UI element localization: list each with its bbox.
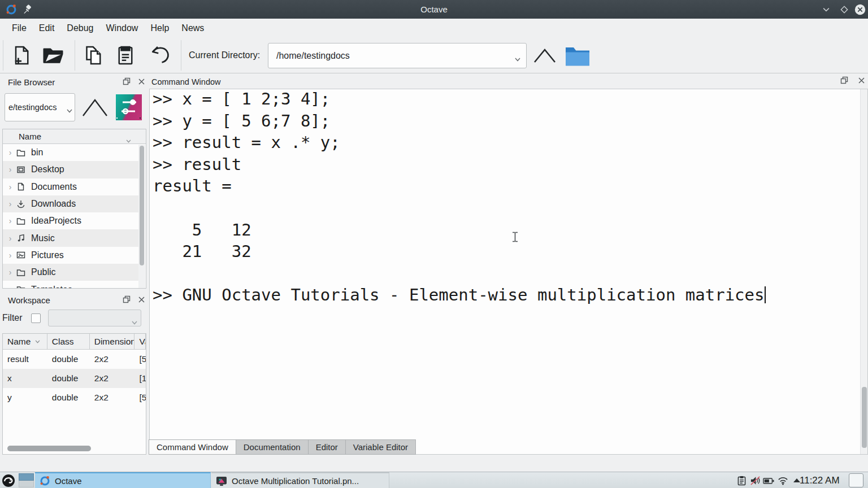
tree-item-label: Templates	[31, 285, 72, 289]
workspace-column-class[interactable]: Class	[47, 334, 90, 349]
scrollbar-thumb[interactable]	[140, 146, 144, 265]
minimize-icon[interactable]	[818, 0, 834, 19]
taskbar-task-image-viewer[interactable]: Octave Multiplication Tutorial.pn...	[211, 472, 389, 488]
open-file-button[interactable]	[40, 42, 67, 69]
dock-tab-command-window[interactable]: Command Window	[149, 439, 236, 455]
file-browser-name-column-header[interactable]: Name	[3, 129, 146, 144]
copy-button[interactable]	[80, 42, 107, 69]
command-window-panel: Command Window >> x = [ 1 2;3 4]; >> y =…	[149, 73, 868, 455]
file-browser-up-button[interactable]	[79, 95, 111, 120]
chevron-down-icon	[132, 317, 137, 327]
application-launcher-icon[interactable]	[2, 474, 15, 487]
workspace-table-header[interactable]: Name ClassDimensionValue	[3, 334, 146, 350]
command-window-content[interactable]: >> x = [ 1 2;3 4]; >> y = [ 5 6;7 8]; >>…	[149, 89, 868, 455]
clipboard-tray-icon[interactable]	[736, 475, 747, 486]
volume-muted-icon[interactable]	[749, 475, 761, 486]
current-directory-combobox[interactable]: /home/testingdocs	[268, 43, 527, 68]
expand-chevron-icon[interactable]: ›	[6, 199, 14, 208]
file-browser-close-icon[interactable]	[137, 77, 146, 86]
expand-chevron-icon[interactable]: ›	[6, 182, 14, 191]
show-desktop-button[interactable]	[849, 473, 863, 487]
workspace-row-x[interactable]: xdouble2x2[1	[3, 369, 146, 388]
tree-item-downloads[interactable]: ›Downloads	[3, 195, 139, 212]
workspace-cell: 2x2	[90, 369, 135, 388]
workspace-column-dimension[interactable]: Dimension	[90, 334, 135, 349]
workspace-row-result[interactable]: resultdouble2x2[5	[3, 350, 146, 369]
command-window-close-icon[interactable]	[857, 76, 866, 85]
main-toolbar: Current Directory: /home/testingdocs	[0, 37, 868, 73]
pin-icon[interactable]	[20, 0, 34, 19]
file-browser-vertical-scrollbar[interactable]	[138, 145, 145, 289]
workspace-filter-combobox[interactable]	[48, 310, 141, 326]
title-bar: Octave	[0, 0, 868, 19]
workspace-table: Name ClassDimensionValue resultdouble2x2…	[2, 333, 146, 455]
tree-item-label: Public	[31, 267, 56, 277]
image-viewer-icon	[216, 476, 227, 486]
tree-item-ideaprojects[interactable]: ›IdeaProjects	[3, 212, 139, 229]
file-browser-float-icon[interactable]	[122, 77, 131, 86]
workspace-horizontal-scrollbar[interactable]	[7, 446, 91, 451]
menu-item-file[interactable]: File	[6, 21, 33, 36]
battery-icon[interactable]	[763, 475, 774, 486]
window-title: Octave	[0, 5, 868, 14]
menu-item-edit[interactable]: Edit	[33, 21, 61, 36]
expand-chevron-icon[interactable]: ›	[6, 234, 14, 243]
directory-up-button[interactable]	[531, 42, 558, 69]
chevron-down-icon	[515, 54, 520, 64]
file-browser-path-combobox[interactable]: e/testingdocs	[5, 93, 75, 121]
expand-chevron-icon[interactable]: ›	[6, 285, 14, 289]
tree-item-public[interactable]: ›Public	[3, 264, 139, 281]
tree-item-templates[interactable]: ›Templates	[3, 281, 139, 289]
maximize-icon[interactable]	[836, 0, 852, 19]
workspace-filter-checkbox[interactable]	[31, 313, 41, 323]
tree-item-label: Music	[31, 233, 55, 243]
desktop-1[interactable]	[19, 473, 34, 481]
expand-chevron-icon[interactable]: ›	[6, 148, 14, 157]
menu-item-window[interactable]: Window	[100, 21, 145, 36]
menu-item-news[interactable]: News	[175, 21, 210, 36]
workspace-column-name[interactable]: Name	[3, 334, 47, 349]
browse-directories-button[interactable]	[564, 42, 591, 69]
scrollbar-thumb[interactable]	[862, 387, 867, 448]
virtual-desktop-pager[interactable]	[19, 473, 34, 487]
expand-chevron-icon[interactable]: ›	[6, 216, 14, 225]
workspace-cell: 2x2	[90, 388, 135, 407]
download-icon	[16, 199, 28, 209]
taskbar-task-octave[interactable]: Octave	[35, 472, 211, 488]
file-browser-tree: Name ›bin›Desktop›Documents›Downloads›Id…	[2, 129, 146, 289]
file-browser-actions-icon[interactable]	[116, 94, 142, 120]
tree-item-music[interactable]: ›Music	[3, 229, 139, 246]
workspace-column-value[interactable]: Value	[134, 334, 146, 349]
workspace-close-icon[interactable]	[137, 295, 146, 304]
menu-bar: FileEditDebugWindowHelpNews	[0, 19, 868, 37]
tree-item-pictures[interactable]: ›Pictures	[3, 247, 139, 264]
workspace-cell: double	[47, 350, 90, 369]
command-window-float-icon[interactable]	[840, 76, 849, 85]
expand-chevron-icon[interactable]: ›	[6, 268, 14, 277]
wifi-icon[interactable]	[777, 475, 788, 486]
dock-tab-documentation[interactable]: Documentation	[236, 439, 309, 455]
close-icon[interactable]	[852, 0, 868, 19]
menu-item-help[interactable]: Help	[144, 21, 175, 36]
expand-chevron-icon[interactable]: ›	[6, 251, 14, 260]
dock-tab-variable-editor[interactable]: Variable Editor	[346, 439, 416, 455]
taskbar: Octave Octave Multiplication Tutorial.pn…	[0, 472, 868, 488]
expand-chevron-icon[interactable]: ›	[6, 165, 14, 174]
name-column-label: Name	[19, 132, 41, 141]
workspace-float-icon[interactable]	[122, 295, 131, 304]
toolbar-separator	[75, 40, 75, 71]
paste-button[interactable]	[112, 42, 139, 69]
desktop-2[interactable]	[19, 481, 34, 487]
command-window-vertical-scrollbar[interactable]	[860, 89, 867, 454]
dock-tab-editor[interactable]: Editor	[309, 439, 346, 455]
new-script-button[interactable]	[8, 42, 35, 69]
workspace-cell: y	[3, 388, 47, 407]
tree-item-bin[interactable]: ›bin	[3, 144, 139, 161]
tree-item-documents[interactable]: ›Documents	[3, 178, 139, 195]
undo-button[interactable]	[147, 42, 174, 69]
workspace-row-y[interactable]: ydouble2x2[5	[3, 388, 146, 407]
taskbar-clock[interactable]: 11:22 AM	[800, 472, 840, 488]
chevron-down-icon	[67, 106, 72, 115]
menu-item-debug[interactable]: Debug	[60, 21, 99, 36]
tree-item-desktop[interactable]: ›Desktop	[3, 161, 139, 178]
